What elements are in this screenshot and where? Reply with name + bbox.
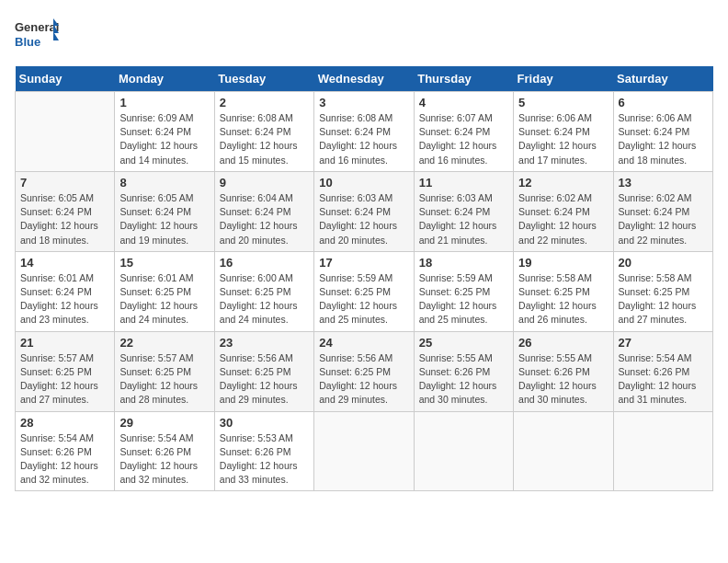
weekday-header: Thursday [414,66,513,92]
day-info: Sunrise: 6:05 AMSunset: 6:24 PMDaylight:… [20,191,109,247]
calendar-week-row: 14Sunrise: 6:01 AMSunset: 6:24 PMDayligh… [16,251,713,331]
calendar-day-cell [613,411,712,491]
day-info: Sunrise: 6:01 AMSunset: 6:24 PMDaylight:… [20,271,109,327]
day-info: Sunrise: 6:04 AMSunset: 6:24 PMDaylight:… [220,191,309,247]
weekday-header: Wednesday [314,66,414,92]
calendar-day-cell: 25Sunrise: 5:55 AMSunset: 6:26 PMDayligh… [414,331,513,411]
day-number: 2 [220,96,309,109]
day-info: Sunrise: 6:03 AMSunset: 6:24 PMDaylight:… [419,191,508,247]
day-number: 28 [20,416,109,430]
calendar-day-cell: 15Sunrise: 6:01 AMSunset: 6:25 PMDayligh… [115,251,214,331]
day-info: Sunrise: 6:06 AMSunset: 6:24 PMDaylight:… [619,111,708,167]
calendar-header-row: SundayMondayTuesdayWednesdayThursdayFrid… [16,66,713,92]
calendar-day-cell: 11Sunrise: 6:03 AMSunset: 6:24 PMDayligh… [414,171,513,251]
day-number: 12 [518,176,608,190]
day-info: Sunrise: 5:54 AMSunset: 6:26 PMDaylight:… [119,431,209,488]
day-number: 26 [518,336,608,350]
day-info: Sunrise: 5:58 AMSunset: 6:25 PMDaylight:… [619,271,708,327]
day-number: 13 [619,176,708,190]
calendar-day-cell: 22Sunrise: 5:57 AMSunset: 6:25 PMDayligh… [115,331,214,411]
calendar-day-cell: 14Sunrise: 6:01 AMSunset: 6:24 PMDayligh… [16,251,115,331]
day-number: 5 [518,96,608,109]
day-info: Sunrise: 5:59 AMSunset: 6:25 PMDaylight:… [419,271,508,327]
calendar-day-cell: 20Sunrise: 5:58 AMSunset: 6:25 PMDayligh… [613,251,712,331]
calendar-week-row: 7Sunrise: 6:05 AMSunset: 6:24 PMDaylight… [16,171,713,251]
calendar-day-cell: 24Sunrise: 5:56 AMSunset: 6:25 PMDayligh… [314,331,414,411]
day-number: 8 [119,176,209,190]
day-number: 25 [419,336,508,350]
weekday-header: Friday [514,66,613,92]
calendar-day-cell: 18Sunrise: 5:59 AMSunset: 6:25 PMDayligh… [414,251,513,331]
day-number: 10 [319,176,408,190]
calendar-table: SundayMondayTuesdayWednesdayThursdayFrid… [15,66,713,491]
calendar-week-row: 28Sunrise: 5:54 AMSunset: 6:26 PMDayligh… [16,411,713,491]
day-number: 24 [319,336,408,350]
calendar-week-row: 21Sunrise: 5:57 AMSunset: 6:25 PMDayligh… [16,331,713,411]
day-info: Sunrise: 5:54 AMSunset: 6:26 PMDaylight:… [20,431,109,488]
calendar-day-cell: 13Sunrise: 6:02 AMSunset: 6:24 PMDayligh… [613,171,712,251]
weekday-header: Monday [115,66,214,92]
day-info: Sunrise: 6:02 AMSunset: 6:24 PMDaylight:… [518,191,608,247]
day-info: Sunrise: 5:58 AMSunset: 6:25 PMDaylight:… [518,271,608,327]
logo: GeneralBlue [15,15,61,55]
calendar-day-cell: 30Sunrise: 5:53 AMSunset: 6:26 PMDayligh… [214,411,313,491]
day-number: 23 [220,336,309,350]
calendar-day-cell [414,411,513,491]
day-info: Sunrise: 5:57 AMSunset: 6:25 PMDaylight:… [20,351,109,408]
calendar-day-cell: 26Sunrise: 5:55 AMSunset: 6:26 PMDayligh… [514,331,613,411]
day-info: Sunrise: 6:08 AMSunset: 6:24 PMDaylight:… [319,111,408,167]
day-info: Sunrise: 6:03 AMSunset: 6:24 PMDaylight:… [319,191,408,247]
day-info: Sunrise: 6:07 AMSunset: 6:24 PMDaylight:… [419,111,508,167]
day-number: 11 [419,176,508,190]
calendar-day-cell: 1Sunrise: 6:09 AMSunset: 6:24 PMDaylight… [115,92,214,172]
calendar-day-cell [314,411,414,491]
calendar-day-cell: 10Sunrise: 6:03 AMSunset: 6:24 PMDayligh… [314,171,414,251]
calendar-day-cell: 19Sunrise: 5:58 AMSunset: 6:25 PMDayligh… [514,251,613,331]
day-info: Sunrise: 5:56 AMSunset: 6:25 PMDaylight:… [319,351,408,408]
day-info: Sunrise: 5:56 AMSunset: 6:25 PMDaylight:… [220,351,309,408]
day-number: 18 [419,256,508,270]
calendar-day-cell: 9Sunrise: 6:04 AMSunset: 6:24 PMDaylight… [214,171,313,251]
calendar-day-cell: 27Sunrise: 5:54 AMSunset: 6:26 PMDayligh… [613,331,712,411]
calendar-day-cell: 7Sunrise: 6:05 AMSunset: 6:24 PMDaylight… [16,171,115,251]
calendar-day-cell: 28Sunrise: 5:54 AMSunset: 6:26 PMDayligh… [16,411,115,491]
calendar-day-cell: 5Sunrise: 6:06 AMSunset: 6:24 PMDaylight… [514,92,613,172]
day-number: 1 [119,96,209,109]
day-number: 4 [419,96,508,109]
header: GeneralBlue [15,15,713,55]
weekday-header: Tuesday [214,66,313,92]
day-number: 20 [619,256,708,270]
svg-text:General: General [15,20,59,34]
day-number: 3 [319,96,408,109]
day-number: 17 [319,256,408,270]
day-info: Sunrise: 6:08 AMSunset: 6:24 PMDaylight:… [220,111,309,167]
day-number: 27 [619,336,708,350]
day-number: 15 [119,256,209,270]
calendar-day-cell: 23Sunrise: 5:56 AMSunset: 6:25 PMDayligh… [214,331,313,411]
day-info: Sunrise: 6:01 AMSunset: 6:25 PMDaylight:… [119,271,209,327]
calendar-day-cell: 21Sunrise: 5:57 AMSunset: 6:25 PMDayligh… [16,331,115,411]
svg-text:Blue: Blue [15,35,40,49]
day-info: Sunrise: 5:53 AMSunset: 6:26 PMDaylight:… [220,431,309,488]
calendar-day-cell: 17Sunrise: 5:59 AMSunset: 6:25 PMDayligh… [314,251,414,331]
day-info: Sunrise: 6:00 AMSunset: 6:25 PMDaylight:… [220,271,309,327]
day-info: Sunrise: 5:55 AMSunset: 6:26 PMDaylight:… [518,351,608,408]
day-info: Sunrise: 5:59 AMSunset: 6:25 PMDaylight:… [319,271,408,327]
calendar-day-cell: 8Sunrise: 6:05 AMSunset: 6:24 PMDaylight… [115,171,214,251]
day-number: 21 [20,336,109,350]
calendar-day-cell: 29Sunrise: 5:54 AMSunset: 6:26 PMDayligh… [115,411,214,491]
calendar-week-row: 1Sunrise: 6:09 AMSunset: 6:24 PMDaylight… [16,92,713,172]
calendar-day-cell [16,92,115,172]
weekday-header: Saturday [613,66,712,92]
day-number: 9 [220,176,309,190]
day-number: 16 [220,256,309,270]
calendar-day-cell [514,411,613,491]
day-info: Sunrise: 5:54 AMSunset: 6:26 PMDaylight:… [619,351,708,408]
day-number: 29 [119,416,209,430]
calendar-day-cell: 12Sunrise: 6:02 AMSunset: 6:24 PMDayligh… [514,171,613,251]
calendar-day-cell: 2Sunrise: 6:08 AMSunset: 6:24 PMDaylight… [214,92,313,172]
day-info: Sunrise: 5:55 AMSunset: 6:26 PMDaylight:… [419,351,508,408]
day-info: Sunrise: 6:09 AMSunset: 6:24 PMDaylight:… [119,111,209,167]
day-number: 19 [518,256,608,270]
calendar-day-cell: 16Sunrise: 6:00 AMSunset: 6:25 PMDayligh… [214,251,313,331]
